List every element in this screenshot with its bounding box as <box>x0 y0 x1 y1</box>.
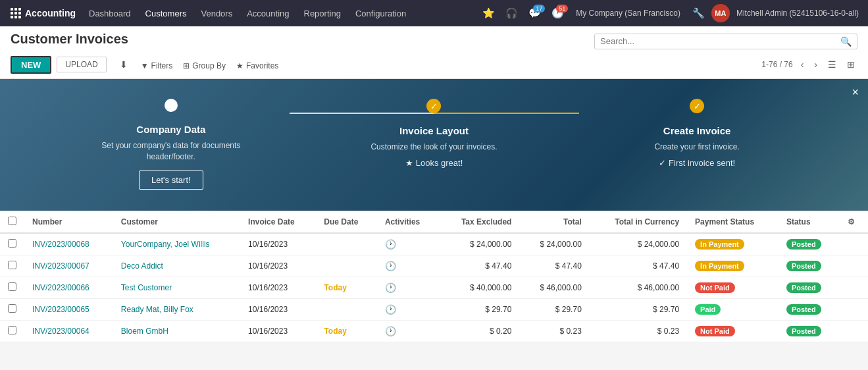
col-header-due-date[interactable]: Due Date <box>316 211 377 233</box>
col-header-total[interactable]: Total <box>519 211 589 233</box>
row-checkbox[interactable] <box>8 304 16 313</box>
col-header-total-currency[interactable]: Total in Currency <box>590 211 687 233</box>
wrench-icon[interactable]: 🔧 <box>688 5 709 22</box>
invoice-number[interactable]: INV/2023/00068 <box>24 233 113 255</box>
step3-title: Create Invoice <box>663 125 731 136</box>
invoice-customer[interactable]: Ready Mat, Billy Fox <box>113 299 240 321</box>
invoice-status: Posted <box>779 255 840 277</box>
table-row: INV/2023/00067 Deco Addict 10/16/2023 🕐 … <box>0 255 868 277</box>
invoice-activities[interactable]: 🕐 <box>377 233 439 255</box>
invoice-due-date: Today <box>316 321 377 342</box>
col-header-settings[interactable]: ⚙ <box>840 211 868 233</box>
table-row: INV/2023/00065 Ready Mat, Billy Fox 10/1… <box>0 299 868 321</box>
list-view-button[interactable]: ☰ <box>825 58 839 71</box>
lets-start-button[interactable]: Let's start! <box>139 171 203 190</box>
row-checkbox[interactable] <box>8 282 16 291</box>
nav-customers[interactable]: Customers <box>139 6 193 21</box>
nav-reporting[interactable]: Reporting <box>297 6 347 21</box>
topnav-icons: ⭐ 🎧 💬 17 🕐 51 My Company (San Francisco)… <box>478 4 863 22</box>
grid-icon <box>11 8 21 18</box>
download-button[interactable]: ⬇ <box>112 57 136 72</box>
step1-title: Company Data <box>136 124 205 135</box>
favorites-button[interactable]: ★ Favorites <box>236 61 278 70</box>
col-header-activities[interactable]: Activities <box>377 211 439 233</box>
table-header-row: Number Customer Invoice Date Due Date Ac… <box>0 211 868 233</box>
avatar[interactable]: MA <box>711 4 730 22</box>
row-checkbox-cell[interactable] <box>0 255 24 277</box>
invoice-number[interactable]: INV/2023/00065 <box>24 299 113 321</box>
activity-clock-icon[interactable]: 🕐 <box>385 326 396 336</box>
activity-clock-icon[interactable]: 🕐 <box>385 239 396 250</box>
invoice-status: Posted <box>779 321 840 342</box>
filters-button[interactable]: ▼ Filters <box>141 61 173 70</box>
select-all-header[interactable] <box>0 211 24 233</box>
row-checkbox-cell[interactable] <box>0 299 24 321</box>
invoice-payment-status: In Payment <box>687 233 779 255</box>
groupby-icon: ⊞ <box>183 61 190 70</box>
col-header-customer[interactable]: Customer <box>113 211 240 233</box>
headset-icon[interactable]: 🎧 <box>501 5 522 22</box>
due-date-today: Today <box>324 283 346 292</box>
invoice-date: 10/16/2023 <box>240 255 316 277</box>
table-row: INV/2023/00064 Bloem GmbH 10/16/2023 Tod… <box>0 321 868 342</box>
col-header-invoice-date[interactable]: Invoice Date <box>240 211 316 233</box>
invoice-customer[interactable]: Bloem GmbH <box>113 321 240 342</box>
onboarding-banner: × Company Data Set your company's data f… <box>0 79 868 211</box>
col-header-payment-status[interactable]: Payment Status <box>687 211 779 233</box>
invoice-payment-status: Not Paid <box>687 321 779 342</box>
group-by-button[interactable]: ⊞ Group By <box>183 61 226 70</box>
chat-icon[interactable]: 💬 17 <box>524 5 545 22</box>
invoice-customer[interactable]: Test Customer <box>113 277 240 299</box>
invoice-number[interactable]: INV/2023/00064 <box>24 321 113 342</box>
row-checkbox[interactable] <box>8 326 16 334</box>
activity-clock-icon[interactable]: 🕐 <box>385 261 396 271</box>
invoice-date: 10/16/2023 <box>240 233 316 255</box>
company-name: My Company (San Francisco) <box>571 9 686 18</box>
close-banner-button[interactable]: × <box>852 86 859 99</box>
invoice-total-currency: $ 47.40 <box>590 255 687 277</box>
search-input[interactable] <box>600 36 840 46</box>
invoice-status: Posted <box>779 299 840 321</box>
invoice-customer[interactable]: YourCompany, Joel Willis <box>113 233 240 255</box>
step1-desc: Set your company's data for documents he… <box>89 140 253 163</box>
col-header-tax-excluded[interactable]: Tax Excluded <box>439 211 519 233</box>
star-icon[interactable]: ⭐ <box>478 5 499 22</box>
clock-icon[interactable]: 🕐 51 <box>548 5 568 22</box>
next-page-button[interactable]: › <box>811 58 820 71</box>
nav-dashboard[interactable]: Dashboard <box>82 6 138 21</box>
new-button[interactable]: NEW <box>11 56 51 74</box>
invoice-customer[interactable]: Deco Addict <box>113 255 240 277</box>
col-header-status[interactable]: Status <box>779 211 840 233</box>
upload-button[interactable]: UPLOAD <box>57 57 106 72</box>
nav-configuration[interactable]: Configuration <box>349 6 413 21</box>
activity-clock-icon[interactable]: 🕐 <box>385 282 396 293</box>
nav-accounting[interactable]: Accounting <box>240 6 295 21</box>
invoice-total: $ 0.23 <box>519 321 589 342</box>
invoice-activities[interactable]: 🕐 <box>377 321 439 342</box>
settings-view-button[interactable]: ⊞ <box>844 58 857 71</box>
row-checkbox[interactable] <box>8 239 16 248</box>
prev-page-button[interactable]: ‹ <box>798 58 807 71</box>
alerts-badge: 51 <box>556 5 568 13</box>
banner-step-invoice-layout: ✓ Invoice Layout Customize the look of y… <box>351 92 516 168</box>
row-checkbox-cell[interactable] <box>0 321 24 342</box>
star-favorites-icon: ★ <box>236 61 243 70</box>
nav-vendors[interactable]: Vendors <box>194 6 239 21</box>
invoice-total-currency: $ 29.70 <box>590 299 687 321</box>
row-checkbox[interactable] <box>8 261 16 269</box>
row-checkbox-cell[interactable] <box>0 233 24 255</box>
invoice-total: $ 46,000.00 <box>519 277 589 299</box>
invoice-tax-excluded: $ 40,000.00 <box>439 277 519 299</box>
select-all-checkbox[interactable] <box>8 217 16 225</box>
invoice-activities[interactable]: 🕐 <box>377 299 439 321</box>
invoice-status: Posted <box>779 277 840 299</box>
invoice-activities[interactable]: 🕐 <box>377 277 439 299</box>
col-header-number[interactable]: Number <box>24 211 113 233</box>
app-logo[interactable]: Accounting <box>5 8 81 18</box>
search-bar: 🔍 <box>594 34 857 49</box>
invoice-number[interactable]: INV/2023/00066 <box>24 277 113 299</box>
activity-clock-icon[interactable]: 🕐 <box>385 304 396 315</box>
invoice-activities[interactable]: 🕐 <box>377 255 439 277</box>
row-checkbox-cell[interactable] <box>0 277 24 299</box>
invoice-number[interactable]: INV/2023/00067 <box>24 255 113 277</box>
